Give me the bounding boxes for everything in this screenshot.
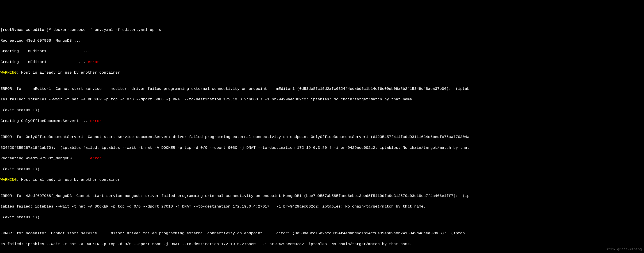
- output-line: Creating OnlyOfficeDocumentServer1 ... e…: [0, 118, 644, 124]
- output-line: Creating mEditor1 ...: [0, 49, 644, 54]
- csdn-watermark: CSDN @Data-Mining: [607, 247, 642, 252]
- command-text: docker-compose -f env.yaml -f editor.yam…: [54, 28, 161, 32]
- output-line: Creating mEditor1 ... error: [0, 59, 644, 65]
- warning-label: WARNING: [0, 178, 16, 182]
- error-line: ERROR: for mEditor1 Cannot start service…: [0, 86, 644, 92]
- output-line: Recreating 43edf697968f_MongoDB ...: [0, 38, 644, 43]
- error-line: 834f20f355287a18f1ab70): (iptables faile…: [0, 145, 644, 151]
- error-line: ERROR: for OnlyOfficeDocumentServer1 Can…: [0, 134, 644, 140]
- command-prompt-line: [root@vmos co-editor]# docker-compose -f…: [0, 27, 644, 33]
- error-status: error: [88, 60, 99, 64]
- error-line: ERROR: for 43edf697968f_MongoDB Cannot s…: [0, 193, 644, 199]
- exit-status-line: (exit status 1)): [0, 167, 644, 172]
- warning-label: WARNING: [0, 70, 16, 75]
- error-status: error: [90, 119, 102, 123]
- exit-status-line: (exit status 1)): [0, 215, 644, 220]
- error-line: tables failed: iptables --wait -t nat -A…: [0, 204, 644, 209]
- error-status: error: [90, 156, 102, 161]
- shell-prompt: [root@vmos co-editor]#: [0, 28, 54, 32]
- error-line: les failed: iptables --wait -t nat -A DO…: [0, 97, 644, 102]
- terminal-output: [root@vmos co-editor]# docker-compose -f…: [0, 22, 644, 253]
- exit-status-line: (exit status 1)): [0, 108, 644, 113]
- output-line: Recreating 43edf697968f_MongoDB ... erro…: [0, 156, 644, 161]
- warning-line: WARNING: Host is already in use by anoth…: [0, 177, 644, 183]
- error-line: es failed: iptables --wait -t nat -A DOC…: [0, 242, 644, 247]
- error-line: ERROR: for booeditor Cannot start servic…: [0, 231, 644, 236]
- warning-line: WARNING: Host is already in use by anoth…: [0, 70, 644, 75]
- exit-status-line: (exit status 1)): [0, 252, 644, 253]
